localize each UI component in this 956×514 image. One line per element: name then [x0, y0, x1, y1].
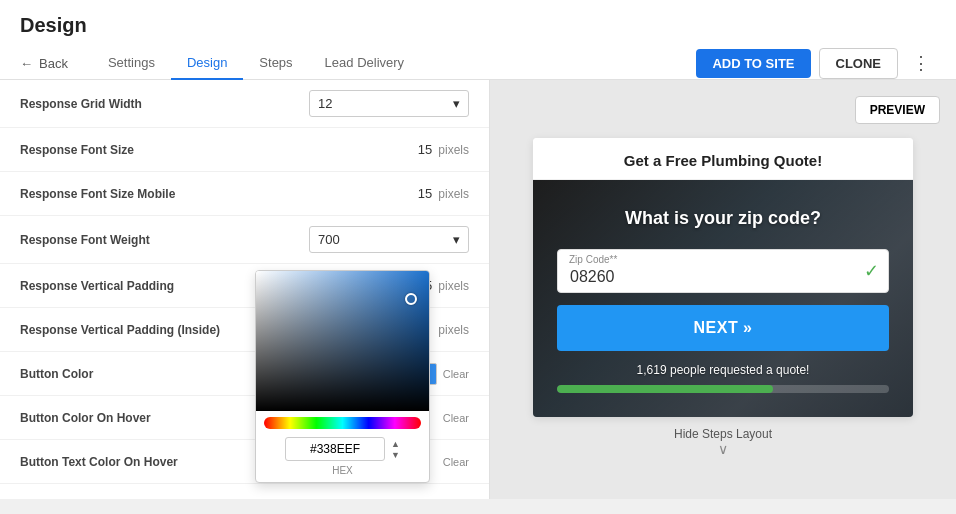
- nav-left: ← Back Settings Design Steps Lead Delive…: [20, 47, 420, 79]
- zip-check-icon: ✓: [864, 260, 879, 282]
- button-color-clear[interactable]: Clear: [443, 368, 469, 380]
- label-response-vertical-padding-inside: Response Vertical Padding (Inside): [20, 323, 220, 337]
- button-text-color-hover-clear[interactable]: Clear: [443, 456, 469, 468]
- hex-arrows[interactable]: ▲ ▼: [391, 439, 400, 460]
- chevron-down-icon: ∨: [674, 441, 772, 457]
- chevron-font-weight-icon: ▾: [453, 232, 460, 247]
- widget-question: What is your zip code?: [557, 208, 889, 229]
- label-response-vertical-padding: Response Vertical Padding: [20, 279, 174, 293]
- select-font-weight-value: 700: [318, 232, 340, 247]
- nav-tabs: Settings Design Steps Lead Delivery: [92, 47, 420, 79]
- setting-right-font-weight: 700 ▾: [309, 226, 469, 253]
- main-layout: Response Grid Width 12 ▾ Response Font S…: [0, 80, 956, 499]
- label-button-text-color-hover: Button Text Color On Hover: [20, 455, 178, 469]
- social-proof: 1,619 people requested a quote!: [557, 363, 889, 377]
- setting-response-grid-width: Response Grid Width 12 ▾: [0, 80, 489, 128]
- add-to-site-button[interactable]: ADD TO SITE: [696, 49, 810, 78]
- select-grid-value: 12: [318, 96, 332, 111]
- setting-right-grid: 12 ▾: [309, 90, 469, 117]
- button-color-hover-clear[interactable]: Clear: [443, 412, 469, 424]
- widget-header: Get a Free Plumbing Quote!: [533, 138, 913, 180]
- tab-steps[interactable]: Steps: [243, 47, 308, 80]
- back-label: Back: [39, 56, 68, 71]
- unit-response-font-size: pixels: [438, 143, 469, 157]
- select-font-weight[interactable]: 700 ▾: [309, 226, 469, 253]
- label-response-font-size-mobile: Response Font Size Mobile: [20, 187, 175, 201]
- back-button[interactable]: ← Back: [20, 56, 68, 71]
- setting-response-font-weight: Response Font Weight 700 ▾: [0, 216, 489, 264]
- preview-button[interactable]: PREVIEW: [855, 96, 940, 124]
- tab-design[interactable]: Design: [171, 47, 243, 80]
- nav-right: ADD TO SITE CLONE ⋮: [696, 48, 936, 79]
- hex-label: HEX: [256, 463, 429, 482]
- setting-response-font-size: Response Font Size 15 pixels: [0, 128, 489, 172]
- nav-row: ← Back Settings Design Steps Lead Delive…: [20, 47, 936, 79]
- color-gradient-canvas[interactable]: [256, 271, 430, 411]
- hex-row: ▲ ▼: [256, 433, 429, 463]
- unit-response-vertical-padding: pixels: [438, 279, 469, 293]
- back-arrow-icon: ←: [20, 56, 33, 71]
- zip-field-container: Zip Code** ✓: [557, 249, 889, 293]
- value-response-font-size: 15: [402, 142, 432, 157]
- clone-button[interactable]: CLONE: [819, 48, 899, 79]
- unit-response-vertical-padding-inside: pixels: [438, 323, 469, 337]
- unit-response-font-size-mobile: pixels: [438, 187, 469, 201]
- next-button[interactable]: NEXT »: [557, 305, 889, 351]
- hide-steps-layout: Hide Steps Layout ∨: [664, 417, 782, 467]
- color-picker-popup: ▲ ▼ HEX: [255, 270, 430, 483]
- setting-right-font-size-mobile: 15 pixels: [402, 186, 469, 201]
- color-gradient-handle[interactable]: [405, 293, 417, 305]
- zip-label: Zip Code**: [569, 254, 617, 265]
- hex-input[interactable]: [285, 437, 385, 461]
- setting-response-font-size-mobile: Response Font Size Mobile 15 pixels: [0, 172, 489, 216]
- tab-settings[interactable]: Settings: [92, 47, 171, 80]
- select-grid-width[interactable]: 12 ▾: [309, 90, 469, 117]
- hide-steps-label: Hide Steps Layout: [674, 427, 772, 441]
- progress-bar-container: [557, 385, 889, 393]
- label-button-color: Button Color: [20, 367, 93, 381]
- label-response-grid-width: Response Grid Width: [20, 97, 142, 111]
- label-response-font-weight: Response Font Weight: [20, 233, 150, 247]
- right-panel: PREVIEW Get a Free Plumbing Quote! What …: [490, 80, 956, 499]
- title-bar: Design ← Back Settings Design Steps Lead…: [0, 0, 956, 80]
- more-options-button[interactable]: ⋮: [906, 48, 936, 78]
- value-response-font-size-mobile: 15: [402, 186, 432, 201]
- label-button-border-color: Button Border Color: [20, 499, 136, 500]
- setting-right-button-text-color-hover: Clear: [443, 456, 469, 468]
- setting-right-vert-padding-inside: pixels: [438, 323, 469, 337]
- widget-preview: Get a Free Plumbing Quote! What is your …: [533, 138, 913, 417]
- chevron-down-icon: ▾: [453, 96, 460, 111]
- tab-lead-delivery[interactable]: Lead Delivery: [309, 47, 421, 80]
- setting-button-border-color: Button Border Color Clear: [0, 484, 489, 499]
- page-title: Design: [20, 14, 936, 37]
- setting-right-button-color-hover: Clear: [443, 412, 469, 424]
- label-button-color-hover: Button Color On Hover: [20, 411, 151, 425]
- widget-body: What is your zip code? Zip Code** ✓ NEXT…: [533, 180, 913, 417]
- setting-right-font-size: 15 pixels: [402, 142, 469, 157]
- progress-bar-fill: [557, 385, 773, 393]
- label-response-font-size: Response Font Size: [20, 143, 134, 157]
- hue-slider[interactable]: [264, 417, 421, 429]
